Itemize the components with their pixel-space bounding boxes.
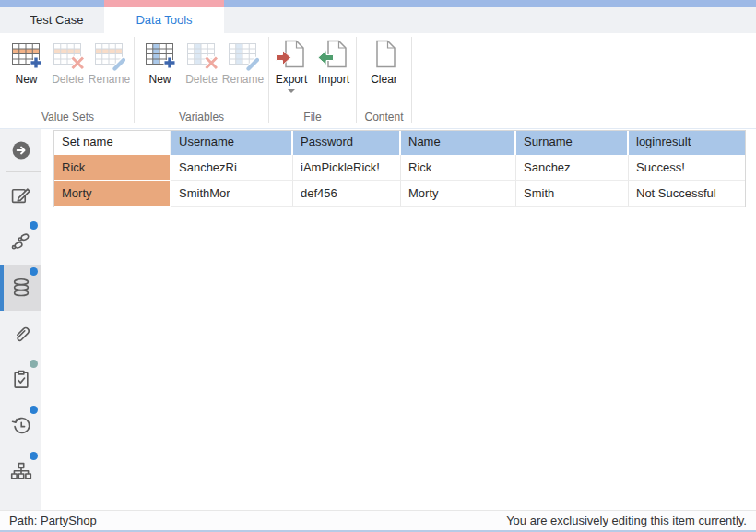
column-header-set-name[interactable]: Set name (54, 131, 171, 155)
main-area: Set name Username Password Name Surname … (0, 129, 756, 510)
button-label: Export (276, 74, 308, 86)
table-cell[interactable]: SanchezRi (171, 155, 293, 181)
column-header-username[interactable]: Username (171, 131, 293, 155)
column-header-password[interactable]: Password (293, 131, 401, 155)
button-label: New (15, 74, 37, 86)
dropdown-caret-icon (288, 89, 295, 97)
content-area: Set name Username Password Name Surname … (41, 129, 756, 510)
history-icon (9, 414, 33, 438)
button-label: Rename (222, 74, 264, 86)
sidebar-item-history[interactable] (0, 403, 41, 449)
table-cell[interactable]: def456 (293, 181, 401, 207)
button-label: New (148, 74, 171, 86)
badge-dot (30, 452, 38, 460)
button-label: Rename (89, 74, 130, 86)
sidebar-item-checklist[interactable] (0, 357, 41, 403)
import-button[interactable]: Import (313, 38, 355, 86)
footsteps-icon (9, 230, 33, 254)
table-row-delete-icon (53, 39, 84, 72)
table-column-rename-icon (228, 39, 259, 72)
sidebar-item-edit[interactable] (0, 172, 41, 219)
table-row-rename-icon (94, 39, 125, 72)
status-path: Path: PartyShop (9, 514, 97, 527)
accent-strip (0, 0, 756, 7)
group-label-value-sets: Value Sets (41, 111, 94, 128)
sidebar-item-structure[interactable] (0, 449, 41, 495)
app-window: Test Case Data Tools New (0, 0, 756, 532)
ribbon-group-variables: New Delete (135, 33, 268, 128)
sidebar-item-go[interactable] (0, 129, 41, 171)
button-label: Import (318, 74, 349, 86)
badge-dot (30, 267, 38, 276)
document-export-icon (275, 39, 308, 72)
clipboard-check-icon (9, 368, 33, 392)
document-import-icon (317, 39, 350, 72)
group-label-file: File (303, 111, 321, 128)
status-bar: Path: PartyShop You are exclusively edit… (0, 510, 756, 532)
accent-pink-segment (104, 0, 224, 7)
selected-indicator (0, 265, 4, 311)
variable-new-button[interactable]: New (139, 38, 181, 86)
data-table: Set name Username Password Name Surname … (53, 130, 746, 207)
sidebar-item-data[interactable] (0, 265, 41, 311)
button-label: Clear (371, 74, 397, 86)
sitemap-icon (9, 460, 33, 484)
badge-dot (30, 406, 38, 414)
status-edit-notice: You are exclusively editing this item cu… (506, 514, 747, 527)
export-button[interactable]: Export (270, 38, 313, 97)
ribbon-separator (411, 37, 412, 123)
sidebar (0, 129, 41, 510)
column-header-loginresult[interactable]: loginresult (629, 131, 745, 155)
paperclip-icon (9, 322, 33, 346)
value-set-rename-button[interactable]: Rename (89, 38, 130, 86)
ribbon-group-value-sets: New Delete (2, 33, 134, 128)
table-cell[interactable]: iAmPickleRick! (293, 155, 401, 181)
badge-dot (30, 221, 38, 230)
table-column-delete-icon (186, 39, 218, 72)
tab-bar: Test Case Data Tools (0, 7, 756, 33)
column-header-surname[interactable]: Surname (516, 131, 629, 155)
variable-rename-button[interactable]: Rename (222, 38, 264, 86)
clear-button[interactable]: Clear (363, 38, 406, 86)
table-cell[interactable]: Rick (401, 155, 516, 181)
button-label: Delete (52, 74, 84, 86)
table-row-add-icon (11, 39, 42, 72)
group-label-content: Content (364, 111, 403, 128)
value-set-delete-button[interactable]: Delete (47, 38, 89, 86)
group-label-variables: Variables (179, 111, 224, 128)
ribbon: New Delete (0, 33, 756, 129)
table-cell[interactable]: Morty (401, 181, 516, 207)
badge-dot (30, 360, 38, 368)
table-column-add-icon (145, 39, 176, 72)
database-icon (9, 276, 33, 300)
column-header-name[interactable]: Name (401, 131, 516, 155)
go-arrow-icon (9, 138, 33, 162)
tab-test-case[interactable]: Test Case (9, 7, 104, 33)
table-cell[interactable]: Not Successful (629, 181, 745, 207)
sidebar-item-attachments[interactable] (0, 311, 41, 357)
value-set-new-button[interactable]: New (6, 38, 47, 86)
set-name-cell[interactable]: Morty (54, 181, 171, 207)
table-cell[interactable]: SmithMor (171, 181, 293, 207)
ribbon-group-file: Export Import File (269, 33, 356, 128)
sidebar-item-steps[interactable] (0, 219, 41, 265)
button-label: Delete (185, 74, 218, 86)
set-name-cell[interactable]: Rick (54, 155, 171, 181)
edit-icon (9, 183, 33, 207)
variable-delete-button[interactable]: Delete (181, 38, 222, 86)
table-cell[interactable]: Sanchez (516, 155, 629, 181)
ribbon-group-content: Clear Content (357, 33, 411, 128)
table-cell[interactable]: Smith (516, 181, 629, 207)
tab-data-tools[interactable]: Data Tools (104, 7, 224, 33)
table-cell[interactable]: Success! (629, 155, 745, 181)
document-clear-icon (368, 39, 401, 72)
